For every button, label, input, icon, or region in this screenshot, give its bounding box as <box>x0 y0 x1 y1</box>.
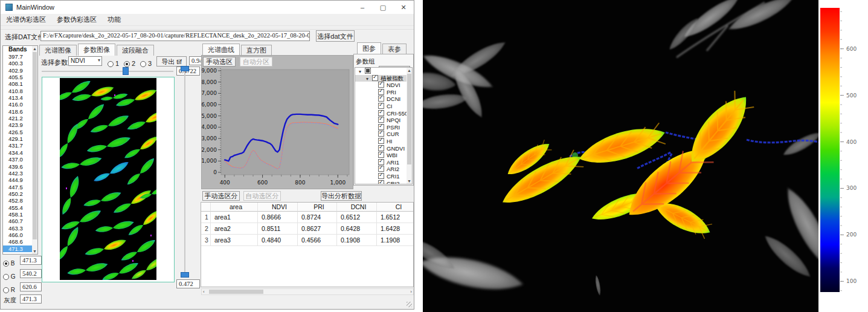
tree-item-hi[interactable]: HI <box>355 138 412 145</box>
table-row[interactable]: 2area20.85110.86270.64281.64282.459 <box>201 223 413 235</box>
resize-grip[interactable] <box>407 302 412 307</box>
radio-3[interactable]: 3 <box>140 57 152 68</box>
threshold-slider-handle[interactable] <box>123 67 129 75</box>
tab-spectral-image[interactable]: 光谱图像 <box>39 45 77 56</box>
channel-value-input[interactable]: 540.2 <box>20 269 42 278</box>
bands-scrollbar[interactable]: ▲ ▼ <box>32 46 37 254</box>
close-button[interactable]: ✕ <box>393 1 414 13</box>
threshold-slider[interactable] <box>42 71 173 72</box>
svg-text:4,000: 4,000 <box>202 124 217 130</box>
channel-value-input[interactable]: 620.6 <box>20 282 42 291</box>
tab-image-params[interactable]: 图参 <box>357 42 381 54</box>
colorbar: 600500400300200100 <box>818 0 868 312</box>
app-icon <box>5 4 13 11</box>
tree-item-cri-550[interactable]: CRI-550 <box>355 110 412 117</box>
minimize-button[interactable]: – <box>352 1 373 13</box>
analysis-table[interactable]: areaNDVIPRIDCNICIC1area10.86660.87240.65… <box>201 202 414 287</box>
svg-text:400: 400 <box>220 180 230 186</box>
tree-item-cri2[interactable]: CRI2 <box>355 180 412 185</box>
scroll-left-icon[interactable]: ‹ <box>203 289 205 294</box>
bands-list[interactable]: Bands 397.7400.3402.9405.5408.1410.8413.… <box>2 45 38 255</box>
svg-text:1,000: 1,000 <box>202 158 217 164</box>
scroll-down-icon[interactable]: ▼ <box>407 178 412 184</box>
parameter-image-panel <box>42 77 175 282</box>
table-row[interactable]: 1area10.86660.87240.65121.65122.465 <box>201 212 413 223</box>
scroll-up-icon[interactable]: ▲ <box>32 46 37 51</box>
tree-item-gndvi[interactable]: GNDVI <box>355 145 412 152</box>
tab-spectral-curve[interactable]: 光谱曲线 <box>202 44 240 56</box>
svg-text:7,000: 7,000 <box>202 90 217 96</box>
scroll-up-icon[interactable]: ▲ <box>407 68 412 73</box>
select-param-label: 选择参数 <box>41 58 68 67</box>
channel-radio-g[interactable]: G <box>3 270 16 280</box>
svg-text:9,000: 9,000 <box>202 68 217 74</box>
svg-text:1,000: 1,000 <box>330 180 346 186</box>
channel-radio-r[interactable]: R <box>3 284 15 293</box>
toolbar-strip <box>1 26 414 30</box>
tree-item-ndvi[interactable]: NDVI <box>355 82 412 89</box>
column-header: area <box>211 203 258 212</box>
manual-area-analyze-button[interactable]: 手动选区分析 <box>202 191 240 201</box>
menu-param-pseudocolor[interactable]: 参数伪彩选区 <box>51 14 102 25</box>
svg-text:100: 100 <box>846 278 857 284</box>
lower-threshold-input[interactable]: 0.472 <box>176 279 200 288</box>
tree-item-ari2[interactable]: ARI2 <box>355 166 412 173</box>
range-slider-lower-handle[interactable] <box>181 272 189 278</box>
tree-item-cri1[interactable]: CRI1 <box>355 173 412 180</box>
spectral-chart: 01,0002,0003,0004,0005,0006,0007,0008,00… <box>202 67 353 188</box>
scroll-right-icon[interactable]: › <box>410 289 412 294</box>
maximize-button[interactable]: ▢ <box>373 1 393 13</box>
chevron-down-icon: ▾ <box>98 57 100 63</box>
dat-file-label: 选择DAT文件 <box>5 33 44 42</box>
tab-histogram[interactable]: 直方图 <box>241 45 272 56</box>
menu-spectral-pseudocolor[interactable]: 光谱伪彩选区 <box>1 14 51 25</box>
manual-select-button[interactable]: 手动选区 <box>203 57 236 67</box>
tree-item-psri[interactable]: PSRI <box>355 124 412 131</box>
gray-value-input[interactable]: 471.3 <box>20 294 42 304</box>
tree-item-pri[interactable]: PRI <box>355 89 412 96</box>
tab-parameter-image[interactable]: 参数图像 <box>78 44 115 56</box>
column-header: PRI <box>298 203 337 212</box>
tree-item-dcni[interactable]: DCNI <box>355 96 412 103</box>
auto-area-analyze-button[interactable]: 自动选区分析 <box>243 191 281 201</box>
window-title: MainWindow <box>16 4 54 11</box>
export-analysis-button[interactable]: 导出分析数据 <box>321 191 362 201</box>
menu-functions[interactable]: 功能 <box>102 14 126 25</box>
select-dat-button[interactable]: 选择dat文件 <box>316 30 355 42</box>
param-group-label: 参数组 <box>356 57 375 66</box>
parameter-image[interactable] <box>60 78 156 280</box>
svg-text:400: 400 <box>846 139 857 145</box>
param-tab-bar: 图参 表参 <box>357 44 408 54</box>
table-row[interactable]: 3area30.48400.45660.19081.19081.314 <box>201 235 413 246</box>
range-slider[interactable] <box>184 67 185 278</box>
table-h-scrollbar[interactable]: ‹ › <box>201 288 414 295</box>
radio-1[interactable]: 1 <box>108 57 119 68</box>
tree-item-wbi[interactable]: WBI <box>355 152 412 159</box>
dat-path-input[interactable]: F:/e/FXcapture/desk_2o_2022-05-17_08-20-… <box>40 31 310 41</box>
range-slider-upper-handle[interactable] <box>181 66 189 71</box>
tree-item-cur[interactable]: CUR <box>355 131 412 138</box>
tab-table-params[interactable]: 表参 <box>382 44 407 54</box>
export-tif-button[interactable]: 导出 tif <box>156 56 187 67</box>
title-bar[interactable]: MainWindow – ▢ ✕ <box>1 1 414 14</box>
svg-text:200: 200 <box>846 232 857 238</box>
param-select[interactable]: NDVI ▾ <box>68 56 102 66</box>
pseudocolor-image[interactable]: 600500400300200100 <box>423 0 868 312</box>
tree-branch-vegetation-index[interactable]: ▾植被指数 <box>355 75 412 82</box>
tab-band-fusion[interactable]: 波段融合 <box>117 45 154 56</box>
channel-value-input[interactable]: 471.3 <box>20 256 42 265</box>
auto-partition-button[interactable]: 自动分区 <box>240 57 272 67</box>
channel-radio-b[interactable]: B <box>3 257 14 267</box>
tree-root[interactable]: ▾ <box>355 68 412 75</box>
menu-bar: 光谱伪彩选区 参数伪彩选区 功能 <box>1 14 414 26</box>
tree-item-ari1[interactable]: ARI1 <box>355 159 412 166</box>
param-select-value: NDVI <box>71 57 85 64</box>
tree-scrollbar[interactable]: ▲ ▼ <box>407 68 412 184</box>
column-header: CI <box>377 203 414 212</box>
tree-item-ci[interactable]: CI <box>355 103 412 110</box>
param-tree[interactable]: ▾▾植被指数NDVIPRIDCNICICRI-550NPQIPSRICURHIG… <box>355 67 413 184</box>
column-header: DCNI <box>337 203 377 212</box>
svg-text:2,000: 2,000 <box>202 147 217 153</box>
tree-item-npqi[interactable]: NPQI <box>355 117 412 124</box>
scroll-down-icon[interactable]: ▼ <box>32 249 37 254</box>
